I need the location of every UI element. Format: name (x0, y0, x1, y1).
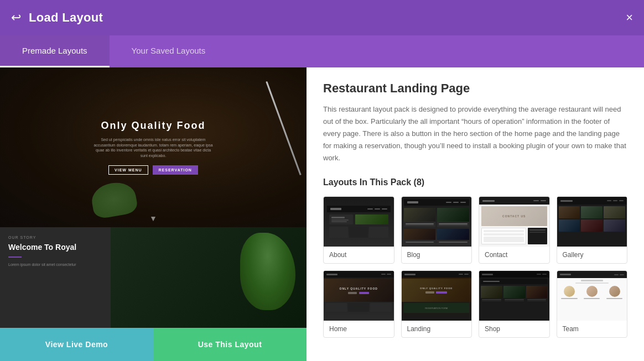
layout-thumbnail-landing: ONLY QUALITY FOOD RESERVATION FORM (402, 271, 472, 321)
layout-thumbnail-contact: CONTACT US (479, 197, 549, 247)
modal-title: Load Layout (29, 11, 103, 25)
preview-menu-btn[interactable]: VIEW MENU (108, 165, 148, 175)
secondary-herb-decoration (240, 233, 295, 310)
secondary-title: Welcome To Royal (8, 243, 102, 252)
view-demo-button[interactable]: View Live Demo (0, 328, 153, 361)
layout-card-blog[interactable]: Blog (401, 196, 472, 264)
preview-reservation-btn[interactable]: RESERVATION (153, 165, 198, 175)
secondary-preview-right (111, 227, 307, 328)
action-buttons: View Live Demo Use This Layout (0, 328, 307, 361)
layout-label-contact: Contact (479, 247, 549, 263)
knife-decoration (266, 81, 301, 175)
use-layout-button[interactable]: Use This Layout (153, 328, 307, 361)
layout-label-blog: Blog (402, 247, 472, 263)
secondary-text: Lorem ipsum dolor sit amet consectetur (8, 262, 102, 268)
layout-label-home: Home (324, 321, 394, 337)
secondary-preview-left: OUR STORY Welcome To Royal Lorem ipsum d… (0, 227, 111, 328)
layout-card-landing[interactable]: ONLY QUALITY FOOD RESERVATION FORM (401, 270, 472, 338)
layout-label-team: Team (557, 321, 627, 337)
layout-label-gallery: Gallery (557, 247, 627, 263)
preview-main-subtitle: Sed ut perspiciatis unde omnis iste natu… (92, 137, 214, 159)
layout-card-contact[interactable]: CONTACT US (479, 196, 550, 264)
detail-description: This restaurant layout pack is designed … (323, 103, 627, 164)
tab-premade-layouts[interactable]: Premade Layouts (0, 35, 110, 67)
layout-card-gallery[interactable]: Gallery (557, 196, 628, 264)
layout-thumbnail-gallery (557, 197, 627, 247)
left-panel: Only Quality Food Sed ut perspiciatis un… (0, 67, 307, 361)
preview-text-block: Only Quality Food Sed ut perspiciatis un… (92, 120, 214, 175)
layout-thumbnail-team (557, 271, 627, 321)
secondary-badge: OUR STORY (8, 236, 102, 239)
modal-body: Only Quality Food Sed ut perspiciatis un… (0, 67, 644, 361)
layout-thumbnail-shop (479, 271, 549, 321)
layout-thumbnail-about (324, 197, 394, 247)
layout-label-about: About (324, 247, 394, 263)
herb-decoration (90, 179, 139, 219)
layout-card-about[interactable]: About (323, 196, 394, 264)
layout-card-shop[interactable]: Shop (479, 270, 550, 338)
secondary-preview: OUR STORY Welcome To Royal Lorem ipsum d… (0, 227, 307, 328)
preview-main-title: Only Quality Food (92, 120, 214, 132)
tab-saved-layouts[interactable]: Your Saved Layouts (110, 35, 228, 67)
layout-thumbnail-home: ONLY QUALITY FOOD (324, 271, 394, 321)
preview-buttons: VIEW MENU RESERVATION (92, 165, 214, 175)
layout-label-landing: Landing (402, 321, 472, 337)
main-preview: Only Quality Food Sed ut perspiciatis un… (0, 67, 307, 227)
layout-card-home[interactable]: ONLY QUALITY FOOD (323, 270, 394, 338)
layout-label-shop: Shop (479, 321, 549, 337)
layouts-section-title: Layouts In This Pack (8) (323, 177, 627, 187)
tabs-bar: Premade Layouts Your Saved Layouts (0, 35, 644, 67)
secondary-divider (8, 257, 22, 258)
layout-card-team[interactable]: Team (557, 270, 628, 338)
header-left: ↩ Load Layout (11, 11, 103, 25)
detail-title: Restaurant Landing Page (323, 81, 627, 96)
right-panel: Restaurant Landing Page This restaurant … (307, 67, 644, 361)
load-layout-icon: ↩ (11, 11, 21, 25)
preview-hero-image: Only Quality Food Sed ut perspiciatis un… (0, 67, 307, 227)
modal-header: ↩ Load Layout × (0, 0, 644, 35)
layout-thumbnail-blog (402, 197, 472, 247)
preview-scroll-arrow: ▼ (149, 214, 157, 223)
close-button[interactable]: × (626, 12, 633, 24)
layouts-grid: About (323, 196, 627, 338)
modal-load-layout: ↩ Load Layout × Premade Layouts Your Sav… (0, 0, 644, 361)
